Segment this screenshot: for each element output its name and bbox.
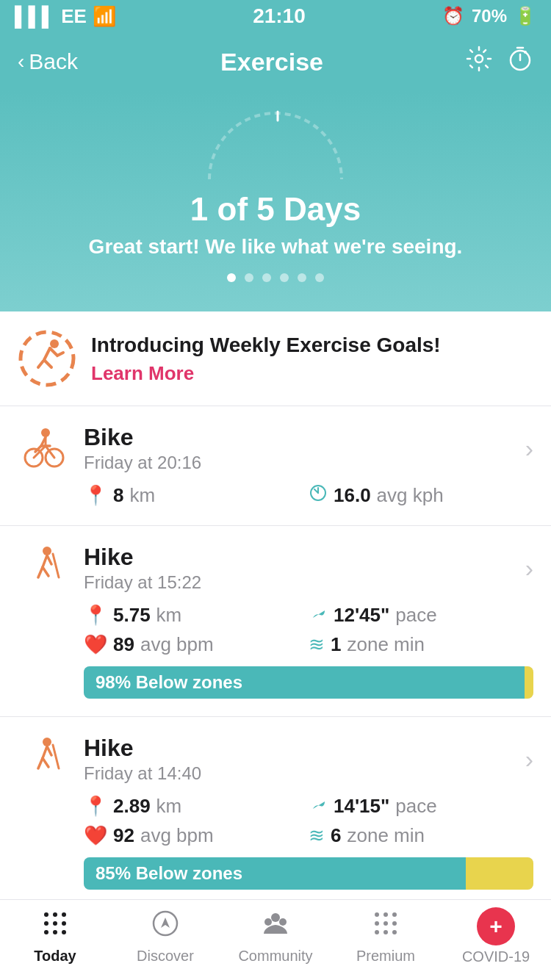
svg-point-30 (383, 921, 388, 926)
dot-1[interactable] (227, 273, 236, 282)
goals-title: Introducing Weekly Exercise Goals! (91, 332, 441, 359)
zone-icon-h1: ≋ (309, 633, 325, 656)
bike-distance-value: 8 (113, 484, 123, 507)
bike-time: Friday at 20:16 (84, 453, 511, 473)
location-icon-h1: 📍 (84, 604, 107, 627)
svg-point-17 (62, 921, 66, 926)
heart-icon-h2: ❤️ (84, 824, 107, 847)
svg-point-25 (279, 918, 287, 926)
nav-bar: ‹ Back Exercise (0, 32, 551, 91)
goals-banner: Introducing Weekly Exercise Goals! Learn… (0, 311, 551, 406)
zone-icon-h2: ≋ (309, 824, 325, 847)
svg-point-5 (50, 339, 59, 348)
dot-5[interactable] (298, 273, 306, 282)
hike2-stats: 📍 2.89 km 14'15" pace ❤️ 92 avg bpm ≋ (84, 794, 533, 847)
covid-icon: + (477, 907, 515, 945)
settings-icon[interactable] (466, 46, 492, 79)
community-icon (261, 909, 290, 945)
location-icon: 📍 (84, 484, 107, 507)
svg-point-18 (44, 930, 48, 934)
bike-distance-unit: km (129, 484, 155, 507)
bike-speed-stat: 16.0 avg kph (309, 483, 533, 508)
svg-point-13 (53, 912, 57, 917)
hike2-zone-stat: ≋ 6 zone min (309, 824, 533, 847)
hike1-stats: 📍 5.75 km 12'45" pace ❤️ 89 avg bpm ≋ (84, 603, 533, 656)
hike1-zone-stat: ≋ 1 zone min (309, 633, 533, 656)
speed-icon (309, 483, 328, 508)
status-bar: ▌▌▌ EE 📶 21:10 ⏰ 70% 🔋 (0, 0, 551, 32)
svg-point-2 (524, 51, 527, 54)
bike-distance-stat: 📍 8 km (84, 483, 309, 508)
alarm-icon: ⏰ (442, 6, 464, 26)
timer-icon[interactable] (507, 46, 533, 79)
hike2-time: Friday at 14:40 (84, 763, 511, 784)
location-icon-h2: 📍 (84, 795, 107, 818)
svg-point-4 (21, 332, 73, 385)
tab-discover[interactable]: Discover (110, 909, 220, 965)
hike2-zone-bar: 85% Below zones (84, 857, 533, 890)
premium-icon (371, 909, 400, 945)
svg-point-15 (44, 921, 48, 926)
tab-bar: Today Discover Community (0, 899, 551, 980)
svg-point-29 (375, 921, 379, 926)
page-title: Exercise (220, 48, 323, 76)
back-button[interactable]: ‹ Back (18, 49, 78, 74)
goals-icon (18, 329, 76, 388)
dot-2[interactable] (245, 273, 253, 282)
hike2-bpm-stat: ❤️ 92 avg bpm (84, 824, 309, 847)
status-right: ⏰ 70% 🔋 (442, 6, 536, 26)
hike2-pace-stat: 14'15" pace (309, 794, 533, 818)
time-display: 21:10 (253, 4, 306, 28)
hike1-pace-stat: 12'45" pace (309, 603, 533, 627)
bike-chevron[interactable]: › (525, 434, 533, 463)
svg-point-0 (475, 55, 483, 62)
covid-label: COVID-19 (462, 948, 530, 965)
hike1-info: Hike Friday at 15:22 (84, 544, 511, 593)
exercise-bike: Bike Friday at 20:16 › 📍 8 km 16.0 (0, 406, 551, 526)
wifi-icon: 📶 (93, 5, 116, 28)
hike2-chevron[interactable]: › (525, 745, 533, 774)
tab-premium[interactable]: Premium (331, 909, 441, 965)
battery-label: 70% (472, 6, 507, 26)
dot-6[interactable] (315, 273, 324, 282)
bike-speed-value: 16.0 (334, 484, 371, 507)
hike1-time: Friday at 15:22 (84, 572, 511, 593)
hero-section: 1 of 5 Days Great start! We like what we… (0, 91, 551, 311)
svg-point-27 (383, 912, 388, 917)
status-left: ▌▌▌ EE 📶 (15, 5, 116, 28)
progress-arc (202, 106, 349, 179)
hike2-info: Hike Friday at 14:40 (84, 735, 511, 784)
hike1-chevron[interactable]: › (525, 554, 533, 583)
chevron-left-icon: ‹ (18, 50, 24, 73)
hike1-zone-bar: 98% Below zones (84, 666, 533, 699)
hike1-distance-stat: 📍 5.75 km (84, 603, 309, 627)
svg-point-26 (375, 912, 379, 917)
battery-icon: 🔋 (514, 6, 536, 26)
svg-point-31 (392, 921, 397, 926)
hike1-bpm-stat: ❤️ 89 avg bpm (84, 633, 309, 656)
back-label: Back (29, 49, 78, 74)
exercise-hike1: Hike Friday at 15:22 › 📍 5.75 km 12'45" … (0, 526, 551, 717)
dot-3[interactable] (262, 273, 271, 282)
svg-point-24 (264, 918, 272, 926)
discover-label: Discover (137, 948, 194, 965)
bike-info: Bike Friday at 20:16 (84, 424, 511, 473)
svg-point-19 (53, 930, 57, 934)
signal-icon: ▌▌▌ (15, 5, 55, 28)
learn-more-link[interactable]: Learn More (91, 362, 441, 385)
dot-4[interactable] (280, 273, 289, 282)
discover-icon (151, 909, 180, 945)
days-progress: 1 of 5 Days (18, 191, 533, 228)
tab-covid[interactable]: + COVID-19 (441, 907, 551, 965)
hike1-name: Hike (84, 544, 511, 571)
tab-community[interactable]: Community (220, 909, 331, 965)
premium-label: Premium (356, 948, 415, 965)
svg-point-10 (43, 547, 51, 555)
hero-subtitle: Great start! We like what we're seeing. (18, 235, 533, 259)
pace-icon-h1 (309, 603, 328, 627)
tab-today[interactable]: Today (0, 909, 110, 965)
hike2-distance-stat: 📍 2.89 km (84, 794, 309, 818)
exercise-hike2: Hike Friday at 14:40 › 📍 2.89 km 14'15" … (0, 717, 551, 908)
svg-point-20 (62, 930, 66, 934)
svg-point-6 (41, 428, 50, 437)
